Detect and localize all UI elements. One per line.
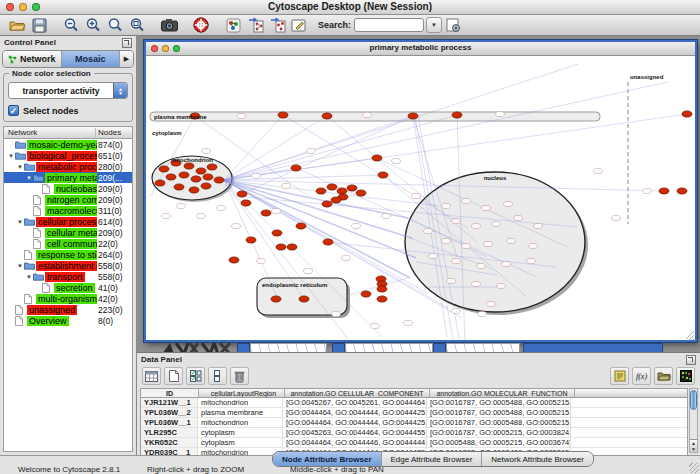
tree-row[interactable]: cellular metabo209(0) — [4, 227, 132, 238]
resize-grip[interactable] — [689, 463, 699, 473]
tree-col-nodes[interactable]: Nodes — [96, 128, 132, 137]
tree-col-network[interactable]: Network — [4, 128, 96, 137]
table-cell[interactable]: [GO:0045263, GO:0044464, GO:0044455, G..… — [283, 428, 427, 437]
network-view-window[interactable]: primary metabolic process plasma membran… — [144, 40, 697, 342]
attribute-table-header[interactable]: ID_cellularLayoutRegionannotation.GO CEL… — [140, 388, 688, 398]
import-attributes-icon[interactable] — [654, 367, 673, 385]
table-cell[interactable]: YPL036W__2 — [141, 408, 198, 417]
table-cell[interactable]: [GO:0044464, GO:0044446, GO:0044444, G..… — [283, 438, 427, 447]
tree-row[interactable]: ▼transport558(0) — [4, 271, 132, 282]
expand-arrow-icon[interactable]: ▼ — [25, 175, 33, 181]
search-config-icon[interactable] — [442, 16, 464, 35]
tab-mosaic[interactable]: Mosaic — [62, 51, 121, 67]
expand-arrow-icon[interactable]: ▼ — [16, 164, 24, 170]
tree-row[interactable]: ▼cellular process614(0) — [4, 216, 132, 227]
table-row[interactable]: YLR295Ccytoplasm[GO:0045263, GO:0044464,… — [141, 428, 687, 438]
expand-arrow-icon[interactable]: ▼ — [16, 263, 24, 269]
delete-attribute-icon[interactable] — [230, 367, 249, 385]
apply-layout-alt-icon[interactable] — [266, 16, 288, 35]
unselect-attributes-icon[interactable] — [208, 367, 227, 385]
annotation-icon[interactable] — [288, 16, 310, 35]
attribute-browser-tab[interactable]: Network Attribute Browser — [482, 452, 592, 466]
table-scrollbar-arrows[interactable]: ▲▼ — [690, 439, 697, 452]
select-attributes-icon[interactable] — [186, 367, 205, 385]
table-cell[interactable] — [571, 398, 687, 407]
table-cell[interactable]: [GO:0045267, GO:0045261, GO:0044464, G..… — [283, 398, 427, 407]
tab-overflow-icon[interactable]: ▶ — [120, 51, 133, 67]
search-input[interactable] — [354, 18, 424, 32]
open-icon[interactable] — [6, 16, 28, 35]
new-attribute-icon[interactable] — [164, 367, 183, 385]
search-dropdown-icon[interactable]: ▼ — [426, 17, 442, 33]
table-row[interactable]: YKR052Ccytoplasm[GO:0044464, GO:0044446,… — [141, 438, 687, 448]
table-column-header[interactable]: _cellularLayoutRegion — [199, 389, 285, 397]
attribute-browser-tab[interactable]: Node Attribute Browser — [273, 452, 382, 466]
zoom-selected-icon[interactable] — [126, 16, 148, 35]
table-cell[interactable]: [GO:0005488, GO:0005215, GO:0003674] — [427, 438, 571, 447]
table-column-header[interactable] — [575, 389, 687, 397]
table-cell[interactable]: [GO:0016787, GO:0005488, GO:0005215, G..… — [427, 398, 571, 407]
expand-arrow-icon[interactable]: ▼ — [7, 153, 15, 159]
network-canvas-svg[interactable]: plasma membranecytoplasmmitochondrionnuc… — [146, 56, 695, 340]
select-nodes-checkbox[interactable]: ✓ — [8, 105, 19, 116]
table-cell[interactable] — [571, 408, 687, 417]
tree-row[interactable]: macromolecule311(0) — [4, 205, 132, 216]
tree-row[interactable]: nitrogen compo209(0) — [4, 194, 132, 205]
matrix-icon[interactable] — [676, 367, 695, 385]
tree-row[interactable]: nucleobase-209(0) — [4, 183, 132, 194]
apply-layout-icon[interactable] — [244, 16, 266, 35]
float-panel-icon[interactable] — [122, 38, 132, 48]
attribute-browser-tab[interactable]: Edge Attribute Browser — [382, 452, 483, 466]
table-cell[interactable]: [GO:0044464, GO:0044444, GO:0044425, G..… — [283, 408, 427, 417]
tree-row[interactable]: ▼metabolic process280(0) — [4, 161, 132, 172]
table-cell[interactable]: plasma membrane — [198, 408, 283, 417]
expand-arrow-icon[interactable]: ▼ — [16, 219, 24, 225]
attribute-table[interactable]: ID_cellularLayoutRegionannotation.GO CEL… — [140, 388, 688, 459]
tree-row[interactable]: cell communicat22(0) — [4, 238, 132, 249]
table-cell[interactable]: YKR052C — [141, 438, 198, 447]
table-scrollbar-thumb[interactable] — [690, 390, 697, 410]
table-cell[interactable]: YPL036W__1 — [141, 418, 198, 427]
help-icon[interactable] — [190, 16, 212, 35]
table-cell[interactable] — [571, 418, 687, 427]
table-cell[interactable]: cytoplasm — [198, 428, 283, 437]
tree-row[interactable]: multi-organism pro42(0) — [4, 293, 132, 304]
table-cell[interactable]: cytoplasm — [198, 438, 283, 447]
table-row[interactable]: YJR121W__1mitochondrion[GO:0045267, GO:0… — [141, 398, 687, 408]
table-cell[interactable] — [571, 438, 687, 447]
tree-row[interactable]: response to stimulu264(0) — [4, 249, 132, 260]
table-row[interactable]: YPL036W__2plasma membrane[GO:0044464, GO… — [141, 408, 687, 418]
attribute-grid-icon[interactable] — [142, 367, 161, 385]
tab-network[interactable]: Network — [3, 51, 62, 67]
table-cell[interactable]: YLR295C — [141, 428, 198, 437]
network-tree-header[interactable]: Network Nodes — [3, 126, 133, 139]
table-cell[interactable]: YJR121W__1 — [141, 398, 198, 407]
table-cell[interactable]: mitochondrion — [198, 398, 283, 407]
table-cell[interactable]: mitochondrion — [198, 418, 283, 427]
tree-row[interactable]: secretion41(0) — [4, 282, 132, 293]
tree-row[interactable]: ▼biological_process651(0) — [4, 150, 132, 161]
zoom-out-icon[interactable] — [60, 16, 82, 35]
table-scrollbar[interactable]: ▲▼ — [689, 388, 698, 453]
zoom-in-icon[interactable] — [82, 16, 104, 35]
node-color-dropdown[interactable]: transporter activity ▲▼ — [8, 82, 128, 99]
vizmapper-icon[interactable] — [222, 16, 244, 35]
table-row[interactable]: YPL036W__1mitochondrion[GO:0044464, GO:0… — [141, 418, 687, 428]
tree-row[interactable]: Overview8(0) — [4, 315, 132, 326]
tree-row[interactable]: ▼establishment of lo558(0) — [4, 260, 132, 271]
network-window-titlebar[interactable]: primary metabolic process — [146, 42, 695, 56]
table-cell[interactable]: [GO:0016787, GO:0005215, GO:0003824, G..… — [427, 428, 571, 437]
network-canvas[interactable]: plasma membranecytoplasmmitochondrionnuc… — [146, 56, 695, 340]
tree-row[interactable]: mosaic-demo-yeast874(0) — [4, 139, 132, 150]
table-column-header[interactable]: annotation.GO CELLULAR_COMPONENT — [285, 389, 430, 397]
table-cell[interactable] — [571, 428, 687, 437]
tree-row[interactable]: unassigned223(0) — [4, 304, 132, 315]
function-builder-icon[interactable]: f(x) — [632, 367, 651, 385]
save-icon[interactable] — [28, 16, 50, 35]
table-column-header[interactable]: ID — [141, 389, 199, 397]
table-column-header[interactable]: annotation.GO MOLECULAR_FUNCTION — [430, 389, 575, 397]
expand-arrow-icon[interactable]: ▼ — [25, 274, 33, 280]
snapshot-icon[interactable] — [158, 16, 180, 35]
notes-icon[interactable] — [610, 367, 629, 385]
table-cell[interactable]: [GO:0044464, GO:0044444, GO:0044425, G..… — [283, 418, 427, 427]
